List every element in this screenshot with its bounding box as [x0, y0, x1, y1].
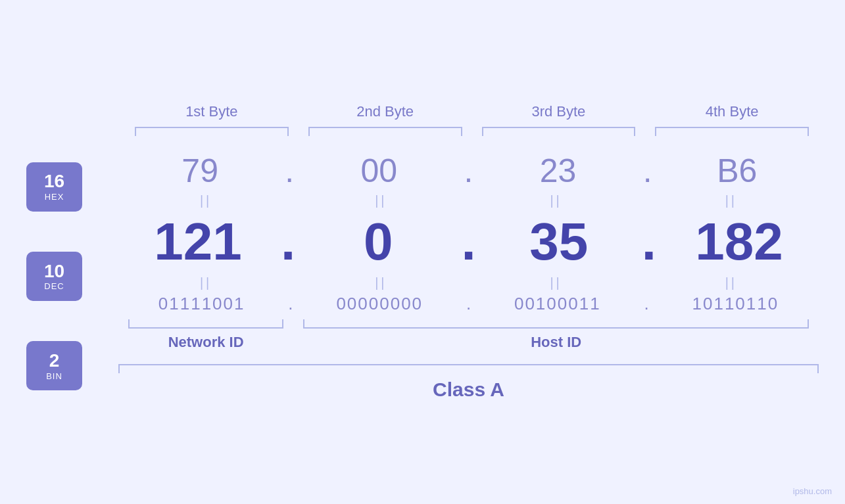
- class-label: Class A: [118, 378, 819, 401]
- eq2-4: ||: [644, 275, 819, 290]
- top-bracket-line-4: [655, 127, 809, 136]
- byte1-header: 1st Byte: [125, 103, 299, 120]
- byte3-header: 3rd Byte: [472, 103, 646, 120]
- bin-val-1: 01111001: [158, 294, 245, 313]
- bin-byte1: 01111001: [118, 294, 285, 314]
- top-brackets: [125, 127, 819, 139]
- eq2-1: ||: [118, 275, 293, 290]
- dec-byte2: 0: [299, 212, 458, 272]
- dec-val-1: 121: [154, 212, 241, 271]
- bin-byte2: 00000000: [297, 294, 463, 314]
- bin-badge: 2 BIN: [26, 341, 82, 390]
- eq2-3: ||: [469, 275, 644, 290]
- dec-byte3: 35: [479, 212, 639, 272]
- hex-byte1: 79: [118, 152, 281, 190]
- main-container: 1st Byte 2nd Byte 3rd Byte 4th Byte 16 H…: [0, 0, 845, 504]
- top-bracket-line-3: [482, 127, 636, 136]
- hex-val-3: 23: [540, 152, 577, 189]
- eq1-3: ||: [469, 193, 644, 208]
- bin-val-3: 00100011: [514, 294, 601, 313]
- hex-badge: 16 HEX: [26, 162, 82, 212]
- network-id-label: Network ID: [118, 334, 293, 351]
- dec-val-3: 35: [529, 212, 588, 271]
- hex-byte2: 00: [297, 152, 460, 190]
- dec-badge-label: DEC: [44, 281, 64, 291]
- bin-val-2: 00000000: [336, 294, 423, 313]
- bin-dot-1: .: [288, 294, 293, 314]
- byte-headers: 1st Byte 2nd Byte 3rd Byte 4th Byte: [26, 103, 819, 120]
- hex-badge-num: 16: [44, 172, 64, 192]
- byte2-header: 2nd Byte: [299, 103, 472, 120]
- bin-byte3: 00100011: [474, 294, 640, 314]
- dec-badge: 10 DEC: [26, 252, 82, 301]
- watermark: ipshu.com: [793, 486, 832, 496]
- data-rows-column: 79 . 00 . 23 . B6 || ||: [118, 152, 819, 401]
- hex-byte3: 23: [476, 152, 639, 190]
- bin-val-4: 10110110: [692, 294, 779, 313]
- bottom-brackets: [118, 319, 819, 329]
- network-bracket: [118, 319, 293, 329]
- bin-dot-2: .: [466, 294, 471, 314]
- dec-val-4: 182: [695, 212, 783, 271]
- class-section: Class A: [118, 364, 819, 401]
- bin-byte4: 10110110: [652, 294, 819, 314]
- hex-dot-3: .: [643, 152, 652, 190]
- hex-val-2: 00: [361, 152, 398, 189]
- dec-dot-3: .: [642, 212, 656, 272]
- class-bracket-line: [118, 364, 819, 373]
- top-bracket-3: [472, 127, 646, 139]
- bin-row: 01111001 . 00000000 . 00100011 . 1011011…: [118, 294, 819, 314]
- dec-badge-num: 10: [44, 262, 64, 282]
- bin-badge-num: 2: [49, 351, 60, 371]
- top-bracket-2: [299, 127, 472, 139]
- eq1-2: ||: [293, 193, 468, 208]
- id-labels: Network ID Host ID: [118, 334, 819, 351]
- dec-byte1: 121: [118, 212, 278, 272]
- hex-dot-2: .: [464, 152, 473, 190]
- dec-dot-2: .: [461, 212, 475, 272]
- hex-row: 79 . 00 . 23 . B6: [118, 152, 819, 190]
- eq1-4: ||: [644, 193, 819, 208]
- host-bracket: [293, 319, 819, 329]
- equals-row-1: || || || ||: [118, 193, 819, 208]
- host-id-label: Host ID: [293, 334, 819, 351]
- dec-row: 121 . 0 . 35 . 182: [118, 212, 819, 272]
- top-bracket-4: [645, 127, 819, 139]
- dec-val-2: 0: [364, 212, 393, 271]
- bin-badge-label: BIN: [46, 371, 62, 381]
- dec-byte4: 182: [660, 212, 819, 272]
- network-bracket-line: [128, 319, 283, 329]
- equals-row-2: || || || ||: [118, 275, 819, 290]
- top-bracket-1: [125, 127, 299, 139]
- label-column: 16 HEX 10 DEC 2 BIN: [26, 152, 118, 401]
- bin-dot-3: .: [644, 294, 648, 314]
- eq1-1: ||: [118, 193, 293, 208]
- hex-byte4: B6: [656, 152, 819, 190]
- top-bracket-line-1: [135, 127, 289, 136]
- hex-badge-label: HEX: [45, 192, 64, 202]
- hex-dot-1: .: [285, 152, 294, 190]
- hex-val-1: 79: [181, 152, 218, 189]
- byte4-header: 4th Byte: [645, 103, 819, 120]
- dec-dot-1: .: [281, 212, 295, 272]
- eq2-2: ||: [293, 275, 468, 290]
- hex-val-4: B6: [717, 152, 757, 189]
- top-bracket-line-2: [308, 127, 462, 136]
- host-bracket-line: [303, 319, 809, 329]
- main-grid: 16 HEX 10 DEC 2 BIN 79 . 00: [26, 152, 819, 401]
